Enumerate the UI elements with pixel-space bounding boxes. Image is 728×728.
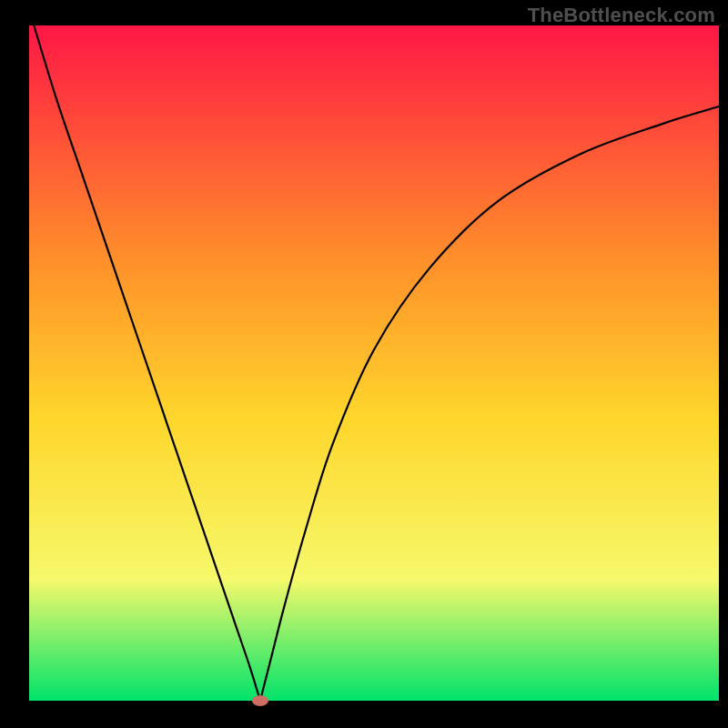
chart-background xyxy=(29,25,719,701)
minimum-marker xyxy=(252,695,268,706)
bottleneck-chart xyxy=(0,0,728,728)
chart-frame: TheBottleneck.com xyxy=(0,0,728,728)
watermark-text: TheBottleneck.com xyxy=(528,4,715,27)
